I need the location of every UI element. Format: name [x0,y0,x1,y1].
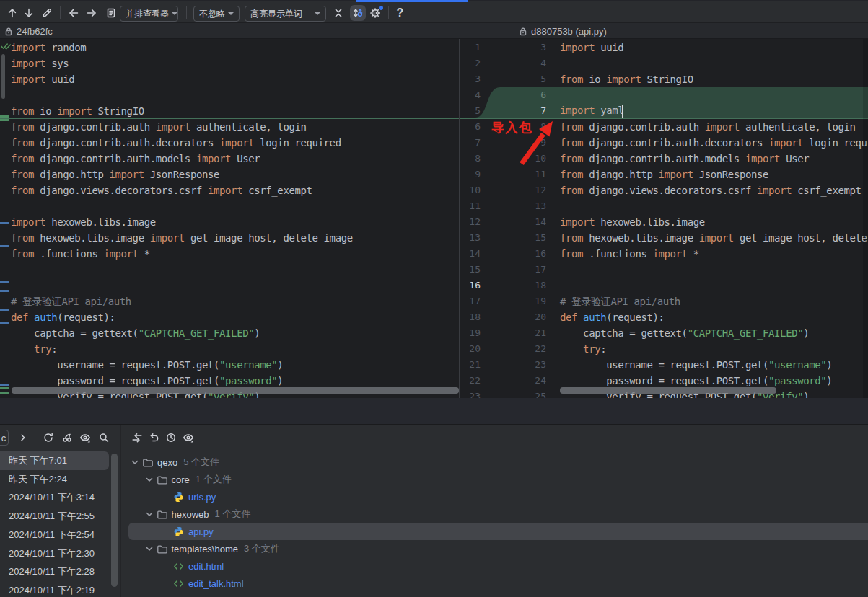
right-code-line[interactable]: from django.contrib.auth import authenti… [558,119,868,135]
revert-button[interactable] [148,432,160,444]
left-code-line[interactable]: from django.contrib.auth import authenti… [0,119,459,135]
right-code-line[interactable]: import uuid [558,40,868,56]
right-code-line[interactable] [558,278,868,293]
left-code-line[interactable]: from django.contrib.auth.models import U… [0,151,459,167]
view-options-button[interactable] [79,432,92,444]
right-code-line[interactable]: def auth(request): [558,309,868,325]
line-number: 9 [460,167,481,182]
history-item[interactable]: 2024/10/11 下午2:55 [0,507,109,526]
tree-row[interactable]: urls.py [120,488,868,505]
history-item[interactable]: 昨天 下午7:01 [0,451,109,470]
left-code-line[interactable]: import hexoweb.libs.image [0,214,459,230]
right-code-line[interactable] [558,56,868,71]
compare-button[interactable] [131,432,144,444]
next-difference-button[interactable] [23,7,35,19]
left-code-line[interactable]: from django.http import JsonResponse [0,167,459,182]
right-code-line[interactable] [558,262,868,278]
left-code-line[interactable]: from .functions import * [0,246,459,262]
folder-name: hexoweb [172,509,209,520]
left-code-line[interactable]: username = request.POST.get("username") [0,357,459,373]
right-code-line[interactable] [558,87,868,103]
annotation-text: 导入包 [491,119,532,136]
left-code-line[interactable] [0,87,459,103]
code-token: User [231,153,260,164]
left-code-line[interactable]: captcha = gettext("CAPTCHA_GET_FAILED") [0,325,459,341]
previous-difference-button[interactable] [6,7,18,19]
history-item[interactable]: 2024/10/11 下午2:28 [0,562,109,581]
back-button[interactable] [68,7,79,19]
help-button[interactable]: ? [395,6,405,20]
tree-row[interactable]: edit_talk.html [120,575,868,592]
left-code-line[interactable]: from io import StringIO [0,103,459,119]
left-code-line[interactable] [0,278,459,293]
tree-row[interactable]: edit.html [120,557,868,575]
right-horizontal-scrollbar[interactable] [560,387,776,394]
left-horizontal-scrollbar[interactable] [12,387,459,394]
history-item[interactable]: 2024/10/11 下午3:14 [0,488,109,507]
whitespace-policy-dropdown[interactable]: 不忽略 [193,6,240,22]
right-code-line[interactable]: from io import StringIO [558,71,868,87]
search-button[interactable] [98,432,110,444]
left-code-line[interactable]: def auth(request): [0,309,459,325]
cut-button[interactable]: c [0,430,9,446]
chevron-down-icon[interactable] [145,475,154,484]
chevron-down-icon[interactable] [131,458,139,466]
code-token: import [156,121,190,133]
right-code-pane[interactable]: import uuidfrom io import StringIOimport… [558,39,868,398]
preview-button[interactable] [183,432,195,444]
tree-row[interactable]: qexo5 个文件 [120,454,868,471]
right-code-line[interactable] [558,198,868,214]
history-item[interactable]: 2024/10/11 下午2:19 [0,581,109,597]
left-code-line[interactable] [0,198,459,214]
left-vertical-scrollbar[interactable] [1,54,5,99]
history-item[interactable]: 昨天 下午2:24 [0,470,109,489]
left-code-line[interactable]: from hexoweb.libs.image import get_image… [0,230,459,246]
highlight-mode-dropdown[interactable]: 高亮显示单词 [245,6,326,22]
changed-files-button[interactable] [105,7,117,19]
history-button[interactable] [165,432,177,444]
history-item[interactable]: 2024/10/11 下午2:54 [0,526,109,544]
right-code-line[interactable]: captcha = gettext("CAPTCHA_GET_FAILED") [558,325,868,341]
left-code-pane[interactable]: import randomimport sysimport uuidfrom i… [0,39,460,398]
right-code-line[interactable]: import yaml [558,103,868,119]
right-code-line[interactable]: from django.http import JsonResponse [558,167,868,182]
right-code-line[interactable]: import hexoweb.libs.image [558,214,868,230]
code-token: django.http [583,169,658,180]
sync-scroll-toggle[interactable] [350,5,366,21]
tree-row[interactable]: templates\home3 个文件 [120,540,868,557]
left-code-line[interactable] [0,262,459,278]
tree-row[interactable]: hexoweb1 个文件 [120,505,868,523]
edit-source-button[interactable] [41,7,53,19]
right-code-line[interactable]: from django.contrib.auth.decorators impo… [558,135,868,151]
left-code-line[interactable]: import uuid [0,71,459,87]
left-code-line[interactable]: try: [0,341,459,357]
history-scrollbar[interactable] [111,454,118,587]
tree-row[interactable]: api.py [120,523,868,540]
left-code-line[interactable]: from django.views.decorators.csrf import… [0,182,459,198]
viewer-mode-dropdown[interactable]: 并排查看器 [120,6,178,22]
left-code-line[interactable]: import sys [0,56,459,71]
right-code-line[interactable]: from django.views.decorators.csrf import… [558,182,868,198]
history-item[interactable]: 2024/10/11 下午2:30 [0,544,109,563]
cherry-pick-button[interactable] [61,432,74,444]
refresh-button[interactable] [43,432,55,444]
right-code-line[interactable]: from .functions import * [558,246,868,262]
tree-row[interactable]: core1 个文件 [120,471,868,488]
right-code-line[interactable]: username = request.POST.get("username") [558,357,868,373]
expand-chevron-button[interactable] [17,432,30,444]
left-code-line[interactable]: import random [0,40,459,56]
line-number: 14 [505,214,546,230]
right-code-line[interactable]: try: [558,341,868,357]
right-code-line[interactable]: password = request.POST.get("password") [558,373,868,389]
chevron-down-icon[interactable] [145,544,154,553]
right-code-line[interactable]: # 登录验证API api/auth [558,293,868,309]
collapse-unchanged-button[interactable] [333,7,344,19]
settings-button[interactable] [369,7,382,19]
left-code-line[interactable]: from django.contrib.auth.decorators impo… [0,135,459,151]
right-code-line[interactable]: from hexoweb.libs.image import get_image… [558,230,868,246]
right-code-line[interactable]: from django.contrib.auth.models import U… [558,151,868,167]
chevron-down-icon[interactable] [145,510,154,518]
left-code-line[interactable]: # 登录验证API api/auth [0,293,459,309]
forward-button[interactable] [86,7,97,19]
left-code-line[interactable]: password = request.POST.get("password") [0,373,459,389]
